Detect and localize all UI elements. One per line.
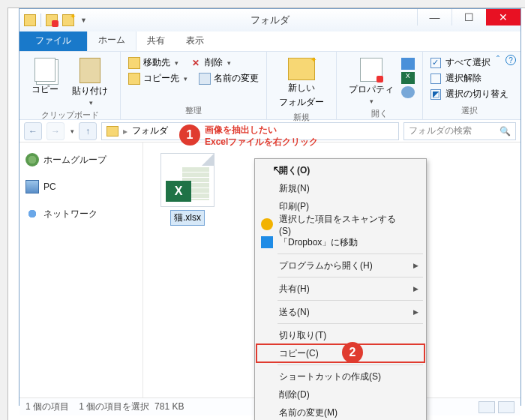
nav-network[interactable]: ネットワーク: [24, 204, 138, 224]
mi-label: 開く(O): [279, 164, 310, 177]
folder-icon: [106, 126, 118, 136]
group-label: 開く: [344, 108, 415, 121]
close-button[interactable]: ✕: [486, 9, 520, 26]
search-input[interactable]: フォルダの検索 🔍: [404, 122, 516, 140]
tab-file[interactable]: ファイル: [20, 31, 87, 51]
newfolder-label2: フォルダー: [279, 96, 324, 109]
pc-icon: [26, 180, 39, 194]
mi-label: 共有(H): [279, 283, 310, 296]
mi-label: プログラムから開く(H): [279, 260, 373, 272]
mi-label: 送る(N): [279, 306, 310, 319]
ctx-sendto[interactable]: 送る(N): [256, 303, 424, 321]
up-button[interactable]: ↑: [79, 122, 97, 140]
group-organize: 移動先▾ ✕削除▾ コピー先▾ 名前の変更 整理: [121, 52, 267, 119]
ctx-rename[interactable]: 名前の変更(M): [256, 404, 424, 420]
ctx-delete[interactable]: 削除(D): [256, 386, 424, 404]
separator: [278, 323, 423, 324]
group-label: 新規: [274, 112, 328, 124]
titlebar: ▼ フォルダ ― ☐ ✕: [20, 9, 520, 32]
file-item[interactable]: X 猫.xlsx: [154, 153, 221, 226]
ctx-share[interactable]: 共有(H): [256, 280, 424, 298]
callout-badge-1: 1: [179, 124, 200, 146]
history-dropdown-icon[interactable]: ▾: [70, 128, 74, 135]
delete-icon: ✕: [190, 57, 202, 69]
callout-badge-2: 2: [342, 342, 363, 363]
back-button[interactable]: ←: [24, 122, 42, 140]
dropbox-icon: [261, 236, 273, 248]
copy-button[interactable]: コピー: [27, 55, 63, 110]
copyto-label: コピー先: [143, 72, 179, 85]
tab-home[interactable]: ホーム: [87, 29, 136, 51]
select-none-button[interactable]: 選択解除: [430, 70, 508, 86]
separator: [278, 300, 423, 301]
open-icon[interactable]: [401, 58, 415, 70]
cursor-icon: ↖: [272, 163, 282, 177]
uncheck-icon: [430, 74, 441, 84]
group-new: 新しい フォルダー 新規: [267, 52, 337, 119]
invert-icon: ◩: [430, 89, 441, 100]
context-menu: 開く(O) 新規(N) 印刷(P) 選択した項目をスキャンする (S) 「Dro…: [254, 158, 427, 420]
callout-text: Excelファイルを右クリック: [205, 136, 318, 148]
minimize-button[interactable]: ―: [417, 9, 452, 26]
ctx-shortcut[interactable]: ショートカットの作成(S): [256, 368, 424, 386]
history-icon[interactable]: [401, 86, 415, 98]
new-folder-icon: [288, 58, 315, 80]
maximize-button[interactable]: ☐: [452, 9, 486, 26]
properties-label: プロパティ: [349, 83, 394, 96]
moveto-icon: [128, 57, 140, 69]
ctx-copy[interactable]: コピー(C): [256, 344, 424, 362]
mi-label: 削除(D): [279, 388, 310, 401]
moveto-button[interactable]: 移動先▾ ✕削除▾: [128, 55, 259, 70]
copy-icon: [34, 58, 56, 82]
nav-pc[interactable]: PC: [24, 177, 138, 196]
view-icons-button[interactable]: [498, 401, 514, 413]
chevron-right-icon: ▸: [123, 126, 128, 136]
nav-pane: ホームグループ PC ネットワーク: [20, 142, 143, 398]
ribbon: ˆ ? コピー 貼り付け ▾ クリップボード 移動先▾ ✕削除▾: [20, 51, 520, 120]
tab-share[interactable]: 共有: [136, 31, 176, 51]
ribbon-tabs: ファイル ホーム 共有 表示: [20, 32, 520, 51]
mi-label: 印刷(P): [279, 200, 309, 213]
rename-label: 名前の変更: [214, 72, 259, 85]
edit-icon[interactable]: X: [401, 72, 415, 84]
copyto-icon: [128, 73, 140, 85]
callout-2: 2: [342, 342, 363, 363]
group-label: 選択: [430, 105, 508, 118]
group-label: 整理: [128, 105, 259, 118]
ctx-scan[interactable]: 選択した項目をスキャンする (S): [256, 215, 424, 233]
callout-1: 1 画像を抽出したい Excelファイルを右クリック: [179, 124, 318, 148]
excel-file-icon: X: [160, 153, 214, 207]
help-icon[interactable]: ?: [506, 55, 516, 65]
mi-label: 選択した項目をスキャンする (S): [279, 213, 410, 236]
paste-button[interactable]: 貼り付け ▾: [68, 55, 112, 110]
separator: [278, 364, 423, 365]
network-icon: [26, 207, 39, 220]
separator: [278, 254, 423, 254]
location-text: フォルダ: [132, 124, 168, 137]
copyto-button[interactable]: コピー先▾ 名前の変更: [128, 70, 259, 86]
ctx-dropbox[interactable]: 「Dropbox」に移動: [256, 233, 424, 251]
ctx-new[interactable]: 新規(N): [256, 179, 424, 197]
check-icon: ✓: [430, 58, 441, 68]
tab-view[interactable]: 表示: [176, 31, 214, 51]
view-details-button[interactable]: [478, 401, 495, 413]
nav-homegroup[interactable]: ホームグループ: [24, 150, 138, 170]
search-placeholder: フォルダの検索: [409, 124, 472, 137]
ctx-openwith[interactable]: プログラムから開く(H): [256, 256, 424, 274]
window-controls: ― ☐ ✕: [417, 9, 520, 26]
mi-label: ショートカットの作成(S): [279, 370, 381, 383]
nav-label: PC: [44, 182, 56, 192]
ctx-cut[interactable]: 切り取り(T): [256, 326, 424, 344]
select-all-label: すべて選択: [446, 56, 490, 69]
paste-label: 貼り付け: [72, 85, 108, 98]
delete-label: 削除: [205, 56, 223, 69]
properties-button[interactable]: プロパティ ▾: [344, 55, 398, 108]
select-invert-button[interactable]: ◩選択の切り替え: [430, 86, 508, 102]
forward-button[interactable]: →: [46, 122, 64, 140]
mi-label: コピー(C): [279, 347, 319, 360]
mi-label: 切り取り(T): [279, 329, 326, 342]
ribbon-collapse-icon[interactable]: ˆ: [496, 55, 500, 65]
new-folder-button[interactable]: 新しい フォルダー: [274, 55, 328, 112]
group-open: プロパティ ▾ X 開く: [337, 52, 423, 119]
callout-text: 画像を抽出したい: [205, 124, 318, 136]
